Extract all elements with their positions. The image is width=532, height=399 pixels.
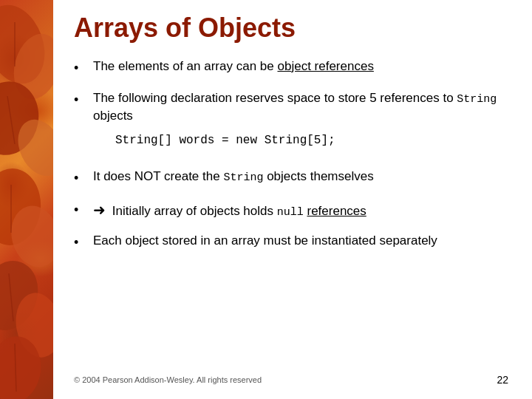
bullet-text-3: It does NOT create the String objects th… [93, 168, 508, 185]
bullet-text-2: The following declaration reserves space… [93, 89, 508, 156]
code-example-1: String[] words = new String[5]; [115, 132, 508, 149]
bullet-item-1: • The elements of an array can be object… [74, 58, 508, 78]
references-text: references [307, 204, 366, 218]
page-number: 22 [497, 374, 508, 386]
bullet-text-4: ➜ Initially array of objects holds null … [93, 200, 508, 220]
bullet-item-5: • Each object stored in an array must be… [74, 232, 508, 252]
bullet-item-3: • It does NOT create the String objects … [74, 168, 508, 188]
bullet-dot-2: • [74, 91, 87, 109]
bullet-dot-4: • [74, 201, 87, 219]
bullet-list: • The elements of an array can be object… [74, 58, 508, 368]
arrow-icon: ➜ [93, 202, 106, 218]
bullet-text-5: Each object stored in an array must be i… [93, 232, 508, 250]
slide-footer: © 2004 Pearson Addison-Wesley. All right… [74, 368, 508, 386]
bullet-dot-3: • [74, 169, 87, 188]
object-references-text: object references [277, 59, 373, 73]
bullet-item-4: • ➜ Initially array of objects holds nul… [74, 200, 508, 220]
bullet-dot-1: • [74, 59, 87, 78]
string-code-2: String [223, 171, 263, 184]
bullet-item-2: • The following declaration reserves spa… [74, 89, 508, 156]
bullet-text-1: The elements of an array can be object r… [93, 58, 508, 75]
slide-title: Arrays of Objects [74, 13, 508, 43]
leaf-decoration-svg [0, 0, 53, 399]
string-code-1: String [457, 93, 497, 106]
copyright-text: © 2004 Pearson Addison-Wesley. All right… [74, 375, 262, 384]
slide-content: Arrays of Objects • The elements of an a… [53, 0, 532, 399]
leaf-background-left [0, 0, 53, 399]
bullet-dot-5: • [74, 233, 87, 252]
null-code: null [277, 206, 304, 219]
